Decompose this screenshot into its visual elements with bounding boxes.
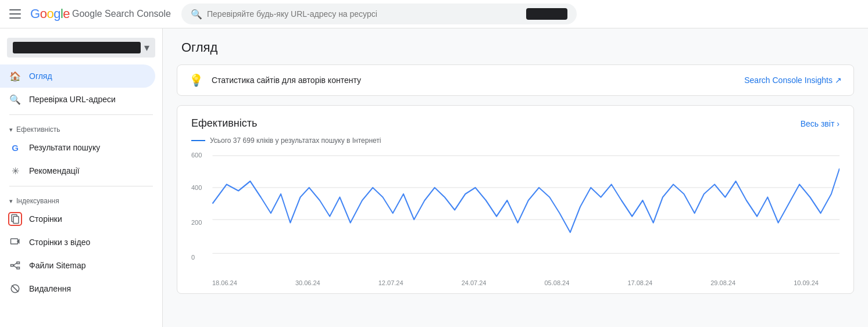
full-report-link-text: Весь звіт — [801, 119, 835, 128]
chart-line — [212, 168, 840, 232]
removal-icon — [9, 283, 21, 294]
x-label-2: 12.07.24 — [378, 279, 403, 286]
chart-title: Ефективність — [191, 117, 257, 130]
y-label-400: 400 — [191, 184, 202, 191]
insights-text: Статистика сайтів для авторів контенту — [212, 76, 736, 85]
google-g-icon: G — [9, 142, 21, 153]
chevron-down-icon: ▾ — [144, 41, 149, 54]
chart-legend: Усього 37 699 кліків у результатах пошук… — [191, 136, 840, 145]
search-value-masked — [526, 8, 567, 20]
x-label-4: 05.08.24 — [545, 279, 570, 286]
search-icon: 🔍 — [191, 9, 202, 20]
sidebar-item-video-pages[interactable]: Сторінки з відео — [0, 231, 155, 254]
property-selector[interactable]: ▾ — [7, 38, 155, 58]
x-label-1: 30.06.24 — [295, 279, 320, 286]
sidebar-item-overview-label: Огляд — [29, 71, 52, 81]
y-label-200: 200 — [191, 219, 202, 226]
page-title: Огляд — [181, 40, 849, 55]
x-label-0: 18.06.24 — [212, 279, 237, 286]
svg-rect-2 — [11, 239, 18, 244]
sidebar-item-video-pages-label: Сторінки з відео — [29, 238, 90, 247]
sidebar-item-removal[interactable]: Видалення — [0, 277, 155, 300]
sidebar: ▾ 🏠 Огляд 🔍 Перевірка URL-адреси Ефектив… — [0, 28, 163, 327]
sitemap-icon — [9, 260, 21, 271]
sidebar-item-search-results-label: Результати пошуку — [29, 143, 100, 152]
insights-link-text: Search Console Insights — [744, 76, 833, 85]
performance-chart-card: Ефективність Весь звіт › Усього 37 699 к… — [177, 105, 854, 294]
svg-line-7 — [13, 263, 17, 266]
x-label-5: 17.08.24 — [627, 279, 652, 286]
main-content: Огляд 💡 Статистика сайтів для авторів ко… — [163, 28, 868, 327]
sidebar-item-recommendations-label: Рекомендації — [29, 166, 80, 175]
sidebar-item-sitemap-label: Файли Sitemap — [29, 261, 86, 270]
y-label-600: 600 — [191, 152, 202, 159]
header-left: Google Google Search Console — [9, 6, 172, 21]
x-axis-labels: 18.06.24 30.06.24 12.07.24 24.07.24 05.0… — [191, 277, 840, 286]
sidebar-item-sitemap[interactable]: Файли Sitemap — [0, 254, 155, 277]
section-label-performance: Ефективність — [0, 118, 162, 136]
asterisk-icon: ✳ — [9, 165, 21, 177]
hamburger-menu-button[interactable] — [9, 7, 23, 21]
property-name — [13, 42, 141, 53]
sidebar-item-url-check-label: Перевірка URL-адреси — [29, 95, 116, 104]
legend-line — [191, 140, 205, 141]
performance-chart-svg — [191, 149, 840, 277]
full-report-link[interactable]: Весь звіт › — [801, 119, 840, 128]
sidebar-item-search-results[interactable]: G Результати пошуку — [0, 136, 155, 159]
logo: Google Google Search Console — [30, 6, 171, 21]
app-name: Google Search Console — [72, 9, 171, 19]
svg-rect-4 — [11, 265, 14, 267]
insights-banner: 💡 Статистика сайтів для авторів контенту… — [177, 64, 854, 96]
google-logo-letters: Google — [30, 6, 70, 21]
video-pages-icon — [9, 236, 21, 248]
sidebar-item-removal-label: Видалення — [29, 284, 71, 293]
external-link-icon: ↗ — [835, 76, 842, 85]
svg-rect-1 — [13, 217, 19, 224]
insights-link[interactable]: Search Console Insights ↗ — [744, 76, 842, 85]
search-icon: 🔍 — [9, 94, 21, 105]
x-label-6: 29.08.24 — [710, 279, 735, 286]
svg-rect-6 — [17, 267, 20, 269]
url-search-input[interactable] — [207, 9, 521, 19]
svg-line-10 — [12, 285, 18, 292]
chevron-right-icon: › — [837, 119, 840, 128]
page-title-bar: Огляд — [163, 28, 868, 64]
chart-area: 600 400 200 0 — [191, 149, 840, 277]
x-label-3: 24.07.24 — [462, 279, 487, 286]
section-label-indexing: Індексування — [0, 190, 162, 207]
sidebar-item-pages-label: Сторінки — [29, 214, 62, 224]
nav-divider-2 — [9, 186, 153, 186]
legend-text: Усього 37 699 кліків у результатах пошук… — [210, 136, 381, 145]
x-label-7: 10.09.24 — [794, 279, 819, 286]
sidebar-item-pages[interactable]: Сторінки — [0, 207, 155, 231]
header: Google Google Search Console 🔍 — [0, 0, 868, 28]
chart-header: Ефективність Весь звіт › — [191, 117, 840, 130]
y-label-0: 0 — [191, 254, 195, 261]
main-layout: ▾ 🏠 Огляд 🔍 Перевірка URL-адреси Ефектив… — [0, 28, 868, 327]
pages-icon — [9, 213, 21, 225]
nav-divider-1 — [9, 114, 153, 115]
sidebar-item-recommendations[interactable]: ✳ Рекомендації — [0, 159, 155, 182]
svg-rect-5 — [17, 262, 20, 264]
sidebar-item-overview[interactable]: 🏠 Огляд — [0, 64, 155, 88]
home-icon: 🏠 — [9, 70, 21, 82]
svg-line-8 — [13, 265, 17, 268]
url-search-bar[interactable]: 🔍 — [181, 3, 577, 24]
bulb-icon: 💡 — [189, 73, 203, 87]
sidebar-item-url-check[interactable]: 🔍 Перевірка URL-адреси — [0, 88, 155, 111]
